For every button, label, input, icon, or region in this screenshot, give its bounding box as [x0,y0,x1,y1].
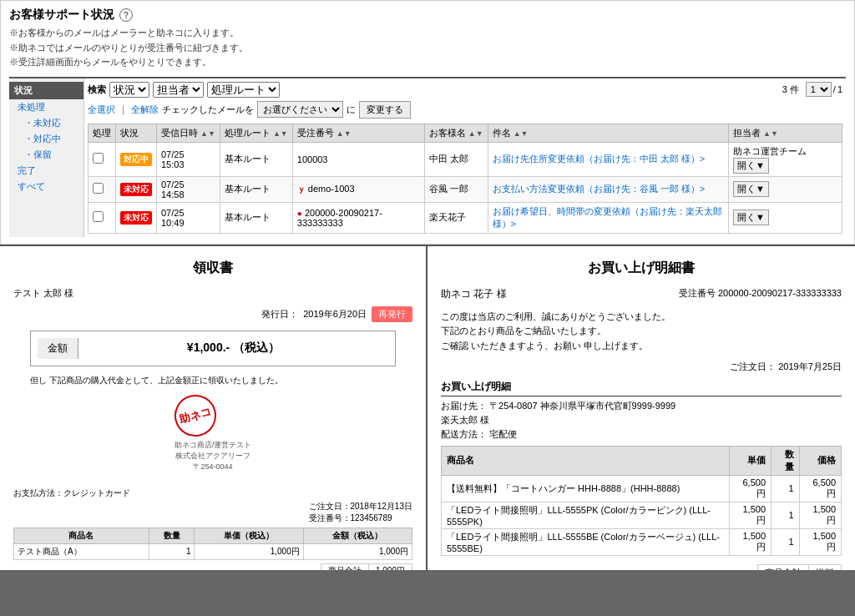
row2-date: 07/25 14:58 [157,176,220,202]
col-assignee[interactable]: 担当者 ▲▼ [728,124,842,142]
sidebar-link-horyuu: ・保留 [24,149,52,159]
purchase-table: 商品名 単価 数量 価格 【送料無料】「コートハンガー HHH-8888」(HH… [441,446,842,556]
amount-label: 金額 [38,338,78,359]
purchase-section1-title: お買い上げ明細 [441,380,842,396]
row3-ordernum: ● 200000-20090217-333333333 [292,202,424,233]
sidebar-link-taiouchuu: ・対応中 [24,134,61,144]
sidebar-item-taiouchuu[interactable]: ・対応中 [9,131,83,147]
row2-open-btn[interactable]: 開く▼ [733,181,769,197]
row1-subject[interactable]: お届け先住所変更依頼（お届け先：中田 太郎 様）> [488,142,728,176]
purchase-item-qty-0: 1 [772,475,800,502]
purchase-item-unit-1: 1,500円 [729,502,771,528]
bulk-action-select[interactable]: お選びください [257,101,343,118]
row2-route: 基本ルート [220,176,292,202]
receipt-col-name: 商品名 [14,528,149,543]
col-process: 処理 [89,124,116,142]
col-date[interactable]: 受信日時 ▲▼ [157,124,220,142]
row1-ordernum: 100003 [292,142,424,176]
page-select[interactable]: 1 [806,82,832,97]
main-content: 状況 未処理 ・未対応 ・対応中 ・保留 完了 すべて 検索 状況 担当者 [9,77,846,237]
notes-section: ※お客様からのメールはメーラーと助ネコに入ります。 ※助ネコではメールのやりとり… [9,26,846,70]
sidebar-item-mitaiou[interactable]: ・未対応 [9,115,83,131]
table-row: 対応中 07/25 15:03 基本ルート 100003 中田 太郎 お届け先住… [89,142,842,176]
route-filter[interactable]: 処理ルート [207,82,280,98]
col-ordernum[interactable]: 受注番号 ▲▼ [292,124,424,142]
mail-table: 処理 状況 受信日時 ▲▼ 処理ルート ▲▼ 受注番号 ▲▼ お客様名 ▲▼ 件… [88,124,842,234]
table-row: 未対応 07/25 14:58 基本ルート ｙ demo-1003 谷風 一郎 … [89,176,842,202]
sidebar-item-all[interactable]: すべて [9,179,83,194]
purchase-col-name: 商品名 [442,446,730,475]
sidebar-item-kanryou[interactable]: 完了 [9,163,83,179]
purchase-item-unit-0: 6,500円 [729,475,771,502]
issue-date: 2019年6月20日 [303,308,367,321]
order-date-label: ご注文日：2018年12月13日 [309,502,413,511]
col-customer[interactable]: お客様名 ▲▼ [424,124,488,142]
row1-checkbox[interactable] [89,142,116,176]
purchase-item-qty-1: 1 [772,502,800,528]
row2-subject[interactable]: お支払い方法変更依頼（お届け先：谷風 一郎 様）> [488,176,728,202]
sidebar-link-kanryou: 完了 [18,165,36,175]
subtotal-value: 1,000円 [368,563,412,570]
filter-row: 検索 状況 担当者 処理ルート 3 件 1 [88,82,842,98]
purchase-col-qty: 数量 [772,446,800,475]
row1-open-btn[interactable]: 開く▼ [733,158,769,174]
filter-controls: 検索 状況 担当者 処理ルート [88,82,280,98]
purchase-shipping-label: 送料 [809,564,842,570]
purchase-item-name-1: 「LEDライト間接照明」LLL-5555PK (Color/カラーピンク) (L… [442,502,730,528]
row1-route: 基本ルート [220,142,292,176]
receipt-col-unit: 単価（税込） [195,528,303,543]
row2-status: 未対応 [116,176,157,202]
purchase-item-row: 「LEDライト間接照明」LLL-5555PK (Color/カラーピンク) (L… [442,502,842,528]
payment-method: お支払方法：クレジットカード [13,487,412,499]
col-route[interactable]: 処理ルート ▲▼ [220,124,292,142]
sidebar-item-horyuu[interactable]: ・保留 [9,147,83,163]
check-text: チェックしたメールを [162,104,254,116]
purchase-item-unit-2: 1,500円 [729,528,771,555]
receipt-subtotals: 商品合計 1,000円 送料 0円 総合計 1,000円 [321,563,412,570]
change-button[interactable]: 変更する [359,101,411,119]
row3-checkbox[interactable] [89,202,116,233]
row2-checkbox[interactable] [89,176,116,202]
page-title: お客様サポート状況 [9,8,114,23]
note-2: ※助ネコではメールのやりとりが受注番号に紐づきます。 [9,41,846,56]
row3-open-btn[interactable]: 開く▼ [733,210,769,225]
assignee-filter[interactable]: 担当者 [153,82,204,98]
purchase-item-total-1: 1,500円 [799,502,841,528]
top-panel: お客様サポート状況 ? ※お客様からのメールはメーラーと助ネコに入ります。 ※助… [0,0,855,245]
hanko-stamp: 助ネコ [169,390,220,441]
purchase-delivery: お届け先： 〒254-0807 神奈川県平塚市代官町9999-9999 楽天太郎… [441,400,842,441]
col-subject[interactable]: 件名 ▲▼ [488,124,728,142]
purchase-item-name-0: 【送料無料】「コートハンガー HHH-8888」(HHH-8888) [442,475,730,502]
receipt-table: 商品名 数量 単価（税込） 金額（税込） テスト商品（A） 1 1,000円 1… [13,528,412,560]
reissue-button[interactable]: 再発行 [372,306,412,322]
count-pagination: 3 件 1 / 1 [782,82,842,97]
bottom-panels: 領収書 テスト 太郎 様 発行日： 2019年6月20日 再発行 金額 ¥1,0… [0,245,855,570]
delivery-name: 楽天太郎 様 [441,414,842,427]
status-filter[interactable]: 状況 [109,82,149,98]
row3-status: 未対応 [116,202,157,233]
receipt-item-name: テスト商品（A） [14,543,149,559]
receipt-col-qty: 数量 [149,528,195,543]
action-bar: 全選択 ｜ 全解除 チェックしたメールを お選びください に 変更する [88,101,842,119]
page-total: 1 [837,84,842,94]
row3-subject[interactable]: お届け希望日、時間帯の変更依頼（お届け先：楽天太郎 様）> [488,202,728,233]
receipt-item-unit: 1,000円 [195,543,303,559]
sidebar-link-all: すべて [18,181,45,191]
receipt-note: 但し 下記商品の購入代金として、上記金額正に領収いたしました。 [30,375,396,386]
purchase-order-date: ご注文日： 2019年7月25日 [441,361,842,373]
amount-value: ¥1,000.- （税込） [78,338,388,359]
subtotal-label: 商品合計 [321,563,368,570]
receipt-title: 領収書 [13,260,412,277]
sidebar-item-mishori[interactable]: 未処理 [9,99,83,115]
select-all-link[interactable]: 全選択 [88,104,115,116]
deselect-all-link[interactable]: 全解除 [131,104,159,116]
row1-customer: 中田 太郎 [424,142,488,176]
purchase-col-unit: 単価 [729,446,771,475]
purchase-item-name-2: 「LEDライト間接照明」LLL-5555BE (Color/カラーベージュ) (… [442,528,730,555]
info-icon[interactable]: ? [119,8,133,22]
receipt-item-row: テスト商品（A） 1 1,000円 1,000円 [14,543,412,559]
row3-assignee: 開く▼ [728,202,842,233]
order-num: 受注番号：123456789 [309,513,392,523]
page-title-row: お客様サポート状況 ? [9,8,846,23]
receipt-date-row: 発行日： 2019年6月20日 再発行 [13,306,412,322]
